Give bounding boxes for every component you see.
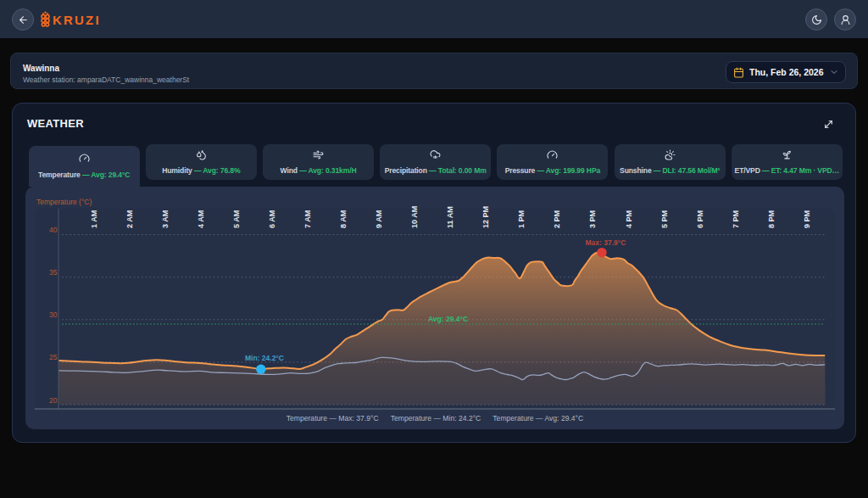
svg-text:Avg: 29.4°C: Avg: 29.4°C <box>428 315 468 323</box>
svg-text:35: 35 <box>49 268 58 277</box>
svg-text:30: 30 <box>49 311 58 319</box>
svg-text:1 PM: 1 PM <box>517 210 526 228</box>
svg-text:12 PM: 12 PM <box>481 206 490 228</box>
svg-text:Max: 37.9°C: Max: 37.9°C <box>586 238 626 247</box>
svg-text:20: 20 <box>49 396 58 405</box>
svg-text:2 PM: 2 PM <box>553 210 561 228</box>
svg-text:Min: 24.2°C: Min: 24.2°C <box>245 354 284 362</box>
svg-text:4 PM: 4 PM <box>625 210 633 228</box>
svg-text:4 AM: 4 AM <box>197 210 205 228</box>
svg-text:11 AM: 11 AM <box>446 206 454 228</box>
svg-text:40: 40 <box>49 226 58 234</box>
svg-text:7 AM: 7 AM <box>303 210 312 228</box>
svg-text:1 AM: 1 AM <box>90 210 98 228</box>
svg-text:3 PM: 3 PM <box>588 210 597 228</box>
svg-text:6 PM: 6 PM <box>696 210 704 228</box>
svg-text:Temperature (°C): Temperature (°C) <box>36 198 92 206</box>
svg-text:7 PM: 7 PM <box>732 210 740 228</box>
svg-text:3 AM: 3 AM <box>161 210 170 228</box>
svg-text:10 AM: 10 AM <box>410 206 419 228</box>
svg-text:6 AM: 6 AM <box>268 210 276 228</box>
svg-text:5 PM: 5 PM <box>660 210 669 228</box>
svg-text:8 PM: 8 PM <box>767 210 776 228</box>
svg-text:9 PM: 9 PM <box>803 210 811 228</box>
svg-text:8 AM: 8 AM <box>339 210 348 228</box>
svg-text:9 AM: 9 AM <box>375 210 383 228</box>
svg-text:5 AM: 5 AM <box>232 210 241 228</box>
svg-text:2 AM: 2 AM <box>125 210 134 228</box>
svg-text:25: 25 <box>49 353 58 361</box>
